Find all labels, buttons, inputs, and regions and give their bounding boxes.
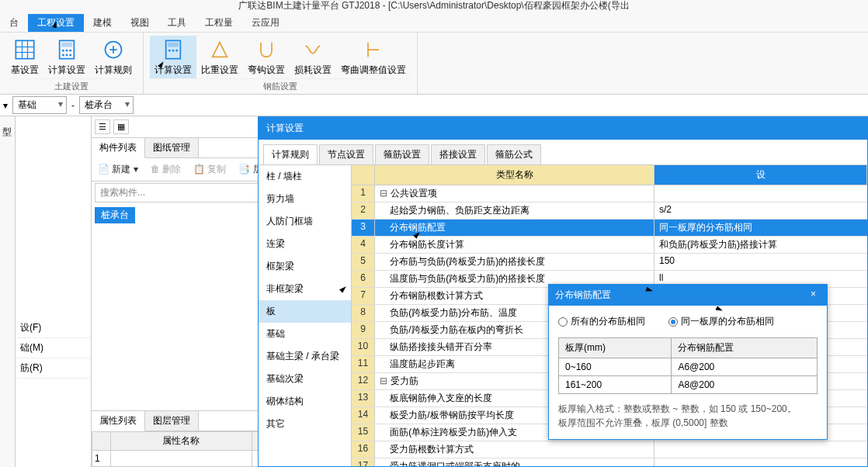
ribbon-group-rebar: 钢筋设置 — [150, 78, 411, 92]
calc-side-item[interactable]: 基础 — [259, 323, 351, 345]
copy-button[interactable]: 📋 复制 — [190, 161, 229, 178]
calc-tab-rules[interactable]: 计算规则 — [263, 144, 318, 164]
th-thickness: 板厚(mm) — [559, 338, 672, 358]
svg-point-18 — [175, 50, 178, 52]
new-button[interactable]: 📄 新建 ▾ — [95, 161, 141, 178]
selector-arrow-icon: ▾ — [3, 100, 8, 111]
tab-component-list[interactable]: 构件列表 — [92, 138, 145, 158]
calc-side-item[interactable]: 剪力墙 — [259, 188, 351, 210]
ribbon-base-settings[interactable]: 基设置 — [6, 36, 43, 78]
calc-icon — [161, 37, 186, 62]
grid-row[interactable]: 2 起始受力钢筋、负筋距支座边距离s/2 — [352, 202, 867, 220]
weight-icon — [207, 37, 232, 62]
calc-side-item[interactable]: 连梁 — [259, 233, 351, 255]
calc-sidebar: 柱 / 墙柱剪力墙人防门框墙连梁框架梁非框架梁板基础基础主梁 / 承台梁基础次梁… — [259, 165, 352, 466]
hook-icon — [254, 37, 279, 62]
thickness-table[interactable]: 板厚(mm)分布钢筋配置 0~160A6@200 161~200A8@200 — [558, 337, 818, 394]
grid-row[interactable]: 17 受力筋遇洞口或端部无支座时的 — [352, 458, 867, 466]
left-nav-f[interactable]: 设(F) — [16, 318, 91, 338]
ribbon-hook-settings[interactable]: 弯钩设置 — [243, 36, 290, 78]
ribbon-label: 计算设置 — [48, 64, 85, 77]
ribbon-label: 计算规则 — [95, 64, 132, 77]
left-nav-m[interactable]: 础(M) — [16, 338, 91, 358]
loss-icon — [300, 37, 325, 62]
calc-side-item[interactable]: 砌体结构 — [259, 390, 351, 413]
calc-side-item[interactable]: 柱 / 墙柱 — [259, 165, 351, 188]
popup-hint: 板厚输入格式：整数或整数 ~ 整数，如 150 或 150~200。 板厚范围不… — [558, 402, 818, 430]
cell[interactable]: A6@200 — [672, 358, 818, 376]
calc-side-item[interactable]: 基础主梁 / 承台梁 — [259, 345, 351, 368]
floor-dropdown[interactable]: 基础 — [12, 96, 67, 114]
calc-side-item[interactable]: 人防门框墙 — [259, 210, 351, 233]
svg-point-17 — [172, 50, 175, 52]
grid-row[interactable]: 4 分布钢筋长度计算和负筋(跨板受力筋)搭接计算 — [352, 237, 867, 254]
tab-quantity[interactable]: 工程量 — [196, 14, 242, 32]
calc-tab-lap[interactable]: 搭接设置 — [431, 144, 485, 164]
grid-header-val: 设 — [654, 165, 867, 185]
calc-side-item[interactable]: 非框架梁 — [259, 278, 351, 300]
left-nav: 设(F) 础(M) 筋(R) — [16, 116, 92, 467]
calc-tab-stirrup[interactable]: 箍筋设置 — [375, 144, 429, 164]
svg-rect-15 — [168, 43, 179, 47]
left-collapsed-panel[interactable]: 型 — [0, 116, 16, 467]
tab-prop-list[interactable]: 属性列表 — [92, 411, 145, 431]
cell[interactable]: 161~200 — [559, 376, 672, 394]
grid-icon[interactable]: ▦ — [113, 119, 129, 134]
ribbon-bend-adjust[interactable]: 弯曲调整值设置 — [336, 36, 411, 78]
ribbon-loss-settings[interactable]: 损耗设置 — [290, 36, 336, 78]
calc-side-item[interactable]: 其它 — [259, 413, 351, 435]
ribbon-weight-settings[interactable]: 比重设置 — [196, 36, 243, 78]
calc-dialog-title: 计算设置 — [259, 117, 867, 140]
list-icon[interactable]: ☰ — [95, 119, 110, 134]
calc-icon — [54, 37, 79, 62]
ribbon-calc-rules[interactable]: 计算规则 — [90, 36, 137, 78]
svg-point-7 — [62, 50, 64, 52]
grid-row[interactable]: 16 受力筋根数计算方式 — [352, 441, 867, 458]
calc-side-item[interactable]: 框架梁 — [259, 255, 351, 278]
ribbon-calc-settings-rebar[interactable]: 计算设置 — [150, 36, 196, 78]
radio-by-thickness[interactable]: 同一板厚的分布筋相同 — [668, 315, 774, 328]
grid-header-type: 类型名称 — [375, 165, 654, 185]
ribbon-label: 损耗设置 — [294, 64, 332, 77]
ribbon-label: 计算设置 — [155, 64, 192, 77]
cell[interactable]: 0~160 — [559, 358, 672, 376]
svg-point-10 — [62, 54, 64, 57]
prop-row-num: 1 — [92, 451, 111, 467]
member-dropdown[interactable]: 桩承台 — [79, 96, 134, 114]
svg-point-9 — [69, 50, 71, 52]
tab-drawing-mgmt[interactable]: 图纸管理 — [145, 138, 199, 157]
cell[interactable]: A8@200 — [672, 376, 818, 394]
left-nav-r[interactable]: 筋(R) — [16, 358, 91, 379]
ribbon-label: 比重设置 — [201, 64, 238, 77]
tab-tools[interactable]: 工具 — [158, 14, 196, 32]
svg-point-8 — [66, 50, 68, 52]
tab-view[interactable]: 视图 — [121, 14, 158, 32]
tab-cloud[interactable]: 云应用 — [242, 14, 289, 32]
svg-point-11 — [66, 54, 68, 57]
calc-tab-formula[interactable]: 箍筋公式 — [487, 144, 541, 164]
calc-side-item[interactable]: 板 — [259, 300, 351, 323]
delete-button[interactable]: 🗑 删除 — [148, 161, 184, 178]
ribbon: 基设置 计算设置 计算规则 土建设置 计算设置 比重设置 — [0, 33, 868, 95]
svg-rect-6 — [61, 43, 72, 47]
svg-rect-0 — [16, 40, 33, 58]
ribbon-calc-settings-civil[interactable]: 计算设置 — [43, 36, 90, 78]
tab-0[interactable]: 台 — [0, 14, 28, 32]
calc-side-item[interactable]: 基础次梁 — [259, 368, 351, 390]
selector-row: ▾ 基础 - 桩承台 — [0, 95, 868, 116]
svg-point-12 — [69, 54, 71, 57]
tab-layer-mgmt[interactable]: 图层管理 — [145, 411, 199, 431]
grid-row[interactable]: 1⊟公共设置项 — [352, 185, 867, 202]
grid-row[interactable]: 3 分布钢筋配置同一板厚的分布筋相同 — [352, 220, 867, 237]
calc-tab-nodes[interactable]: 节点设置 — [319, 144, 373, 164]
prop-cell[interactable] — [111, 451, 252, 467]
component-item[interactable]: 桩承台 — [95, 207, 135, 223]
grid-row[interactable]: 5 分布筋与负筋(跨板受力筋)的搭接长度150 — [352, 254, 867, 271]
svg-point-16 — [168, 50, 171, 52]
main-tabs: 台 工程设置 建模 视图 工具 工程量 云应用 — [0, 14, 868, 33]
tab-modeling[interactable]: 建模 — [84, 14, 121, 32]
radio-all-same[interactable]: 所有的分布筋相同 — [558, 315, 645, 328]
ribbon-label: 基设置 — [11, 64, 39, 77]
close-icon[interactable]: × — [806, 289, 821, 302]
tab-engineering-settings[interactable]: 工程设置 — [28, 14, 84, 32]
